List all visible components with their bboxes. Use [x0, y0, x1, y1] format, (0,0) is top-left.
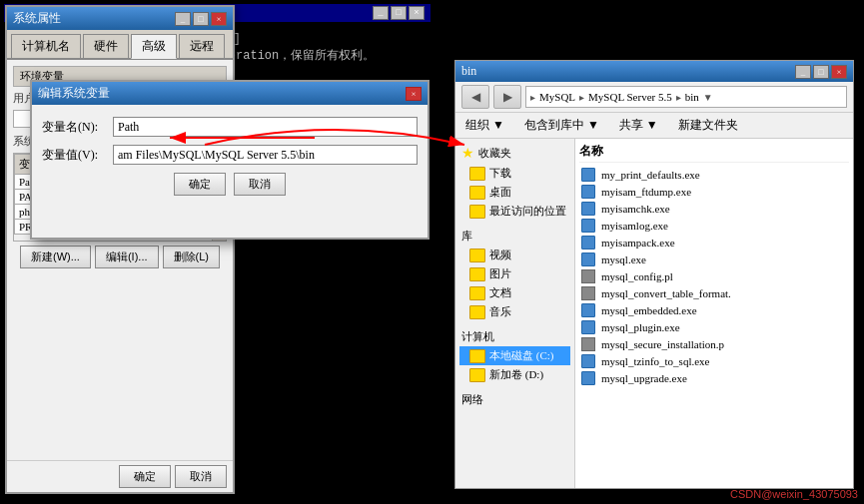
- sidebar-label-c: 本地磁盘 (C:): [489, 348, 553, 363]
- folder-icon-docs: [469, 286, 485, 300]
- menu-include[interactable]: 包含到库中 ▼: [520, 115, 603, 136]
- address-separator-1: ▸: [530, 92, 535, 103]
- cmd-minimize-btn[interactable]: _: [373, 6, 389, 20]
- folder-icon-d: [469, 368, 485, 382]
- file-item-3[interactable]: myisamlog.exe: [579, 218, 849, 234]
- sidebar-label-video: 视频: [489, 248, 511, 262]
- file-item-5[interactable]: mysql.exe: [579, 252, 849, 267]
- file-name-12: mysql_upgrade.exe: [601, 372, 687, 384]
- address-server: MySQL Server 5.5: [588, 91, 672, 103]
- tab-hardware[interactable]: 硬件: [83, 34, 129, 58]
- sidebar-favorites-label: 收藏夹: [478, 146, 511, 161]
- sidebar-label-d: 新加卷 (D:): [489, 367, 543, 382]
- explorer-close-btn[interactable]: ×: [831, 65, 847, 79]
- address-dropdown[interactable]: ▼: [703, 92, 713, 103]
- file-item-11[interactable]: mysql_tzinfo_to_sql.exe: [579, 353, 849, 369]
- folder-icon-music: [469, 305, 485, 319]
- sidebar-library-section: 库 视频 图片 文档 音乐: [459, 227, 570, 321]
- sysprop-maximize-btn[interactable]: □: [193, 12, 209, 26]
- address-bin: bin: [685, 91, 699, 103]
- sidebar-item-desktop[interactable]: 桌面: [459, 183, 570, 202]
- sidebar-label-music: 音乐: [489, 304, 511, 319]
- sysprop-titlebar: 系统属性 _ □ ×: [7, 7, 233, 30]
- sysprop-ok-btn[interactable]: 确定: [119, 465, 171, 488]
- sidebar-item-pictures[interactable]: 图片: [459, 264, 570, 283]
- explorer-sidebar: ★ 收藏夹 下载 桌面 最近访问的位置 库: [455, 139, 575, 488]
- edit-dialog-close-btn[interactable]: ×: [406, 87, 422, 101]
- explorer-minimize-btn[interactable]: _: [795, 65, 811, 79]
- sidebar-computer-label: 计算机: [461, 329, 494, 344]
- file-item-1[interactable]: myisam_ftdump.exe: [579, 184, 849, 200]
- file-name-9: mysql_plugin.exe: [601, 321, 680, 333]
- file-item-10[interactable]: mysql_secure_installation.p: [579, 336, 849, 352]
- sidebar-network-section: 网络: [459, 390, 570, 409]
- file-name-1: myisam_ftdump.exe: [601, 186, 691, 198]
- watermark: CSDN@weixin_43075093: [730, 488, 858, 500]
- sidebar-favorites-header: ★ 收藏夹: [459, 143, 570, 164]
- forward-btn[interactable]: ▶: [493, 85, 521, 109]
- file-name-7: mysql_convert_table_format.: [601, 287, 731, 299]
- file-item-12[interactable]: mysql_upgrade.exe: [579, 370, 849, 386]
- sidebar-item-download[interactable]: 下载: [459, 164, 570, 183]
- edit-dialog-title: 编辑系统变量: [38, 85, 110, 102]
- file-name-11: mysql_tzinfo_to_sql.exe: [601, 355, 709, 367]
- edit-cancel-btn[interactable]: 取消: [234, 173, 286, 196]
- sidebar-label-recent: 最近访问的位置: [489, 204, 566, 219]
- menu-share[interactable]: 共享 ▼: [615, 115, 662, 136]
- sidebar-item-d-drive[interactable]: 新加卷 (D:): [459, 365, 570, 384]
- explorer-maximize-btn[interactable]: □: [813, 65, 829, 79]
- files-column-name: 名称: [579, 143, 603, 160]
- sidebar-item-c-drive[interactable]: 本地磁盘 (C:): [459, 346, 570, 365]
- menu-organize[interactable]: 组织 ▼: [461, 115, 508, 136]
- var-name-input[interactable]: [113, 117, 418, 137]
- sidebar-favorites-section: ★ 收藏夹 下载 桌面 最近访问的位置: [459, 143, 570, 221]
- exe-icon-8: [581, 303, 595, 317]
- address-separator-2: ▸: [579, 92, 584, 103]
- sys-edit-btn[interactable]: 编辑(I)...: [95, 246, 159, 268]
- file-name-3: myisamlog.exe: [601, 220, 668, 232]
- sidebar-label-pictures: 图片: [489, 266, 511, 281]
- folder-icon-c: [469, 349, 485, 363]
- sidebar-item-music[interactable]: 音乐: [459, 302, 570, 321]
- cmd-maximize-btn[interactable]: □: [391, 6, 407, 20]
- var-name-row: 变量名(N):: [42, 117, 418, 137]
- sys-new-btn[interactable]: 新建(W)...: [20, 246, 91, 268]
- file-item-8[interactable]: mysql_embedded.exe: [579, 302, 849, 318]
- var-value-input[interactable]: [113, 145, 418, 165]
- tab-remote[interactable]: 远程: [179, 34, 225, 58]
- cmd-close-btn[interactable]: ×: [409, 6, 425, 20]
- file-item-4[interactable]: myisampack.exe: [579, 235, 849, 251]
- file-name-6: mysql_config.pl: [601, 270, 673, 282]
- sidebar-library-label: 库: [461, 229, 472, 244]
- file-item-6[interactable]: mysql_config.pl: [579, 268, 849, 284]
- sidebar-item-recent[interactable]: 最近访问的位置: [459, 202, 570, 221]
- tab-computer-name[interactable]: 计算机名: [11, 34, 81, 58]
- edit-dialog-titlebar: 编辑系统变量 ×: [32, 82, 428, 105]
- sidebar-computer-header: 计算机: [459, 327, 570, 346]
- explorer-title: bin: [461, 64, 476, 79]
- address-bar[interactable]: ▸ MySQL ▸ MySQL Server 5.5 ▸ bin ▼: [525, 86, 847, 108]
- file-item-9[interactable]: mysql_plugin.exe: [579, 319, 849, 335]
- file-item-0[interactable]: my_print_defaults.exe: [579, 167, 849, 183]
- menu-new-folder[interactable]: 新建文件夹: [674, 115, 742, 136]
- sysprop-minimize-btn[interactable]: _: [175, 12, 191, 26]
- exe-icon-1: [581, 185, 595, 199]
- pl-icon-10: [581, 337, 595, 351]
- sys-delete-btn[interactable]: 删除(L): [163, 246, 220, 268]
- address-mysql: MySQL: [539, 91, 575, 103]
- edit-dialog: 编辑系统变量 × 变量名(N): 变量值(V): 确定 取消: [30, 80, 430, 240]
- file-item-7[interactable]: mysql_convert_table_format.: [579, 285, 849, 301]
- sidebar-item-video[interactable]: 视频: [459, 246, 570, 264]
- back-btn[interactable]: ◀: [461, 85, 489, 109]
- sysprop-cancel-btn[interactable]: 取消: [175, 465, 227, 488]
- pl-icon-6: [581, 269, 595, 283]
- edit-ok-btn[interactable]: 确定: [174, 173, 226, 196]
- folder-icon-download: [469, 167, 485, 181]
- sidebar-item-docs[interactable]: 文档: [459, 283, 570, 302]
- sysprop-close-btn[interactable]: ×: [211, 12, 227, 26]
- file-item-2[interactable]: myisamchk.exe: [579, 201, 849, 217]
- folder-icon-recent: [469, 205, 485, 219]
- explorer-content: 名称 my_print_defaults.exe myisam_ftdump.e…: [575, 139, 853, 488]
- var-value-row: 变量值(V):: [42, 145, 418, 165]
- tab-advanced[interactable]: 高级: [131, 34, 177, 59]
